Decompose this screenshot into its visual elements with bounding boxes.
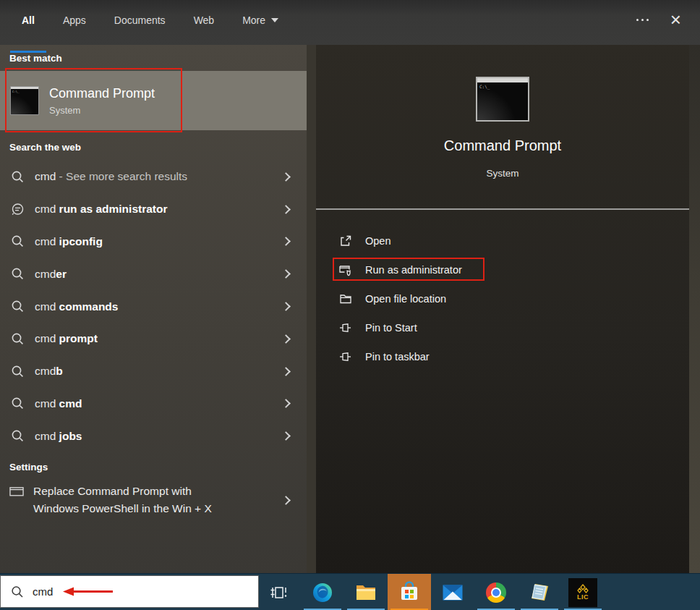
panel-gap (307, 45, 316, 573)
action-pin-to-start[interactable]: Pin to Start (316, 313, 689, 342)
taskbar-search-box[interactable] (0, 575, 259, 608)
search-filter-bar: All Apps Documents Web More × (0, 0, 700, 45)
taskbar-search-input[interactable] (33, 585, 148, 598)
search-icon (10, 397, 25, 411)
chevron-right-icon (281, 237, 291, 247)
command-prompt-icon-large: C:\_ (476, 77, 529, 122)
search-icon (10, 169, 25, 184)
search-icon (10, 364, 25, 378)
tab-apps[interactable]: Apps (63, 14, 86, 26)
search-results-panel: Best match C:\_ Command Prompt System Se… (0, 45, 307, 573)
taskbar-app-chrome[interactable] (474, 574, 518, 610)
pin-icon (338, 350, 352, 364)
selected-tab-underline (10, 51, 46, 53)
search-icon (10, 234, 25, 249)
web-suggestion[interactable]: cmd commands (0, 290, 307, 323)
taskbar-app-lic[interactable]: LIC (561, 574, 605, 610)
search-icon (10, 267, 25, 281)
tab-documents[interactable]: Documents (114, 14, 166, 26)
search-the-web-header: Search the web (0, 140, 307, 154)
notepad-icon (530, 583, 550, 602)
edge-icon (312, 582, 333, 603)
chevron-right-icon (281, 496, 291, 505)
settings-result-line2: Windows PowerShell in the Win + X (33, 502, 212, 514)
web-suggestion[interactable]: cmd jobs (0, 420, 307, 452)
action-label: Run as administrator (365, 264, 462, 276)
windows-search-flyout: All Apps Documents Web More × Best match (0, 0, 700, 610)
web-suggestion[interactable]: cmdb (0, 355, 307, 388)
action-label: Open file location (365, 293, 446, 305)
best-match-header: Best match (0, 51, 307, 65)
search-icon (10, 331, 25, 346)
action-run-as-administrator[interactable]: Run as administrator (316, 255, 689, 284)
close-icon[interactable]: × (670, 10, 681, 29)
preview-subtitle: System (316, 168, 689, 179)
divider (316, 208, 689, 210)
more-options-icon[interactable] (635, 13, 650, 27)
taskbar-app-store[interactable] (388, 574, 431, 610)
folder-icon (338, 292, 352, 306)
settings-header: Settings (0, 459, 307, 474)
best-match-title: Command Prompt (49, 86, 155, 101)
chevron-right-icon (281, 399, 291, 409)
open-window-icon (338, 234, 352, 248)
taskbar-app-notepad[interactable] (518, 574, 561, 610)
microsoft-store-icon (398, 581, 420, 603)
command-prompt-icon: C:\_ (10, 86, 39, 115)
taskbar-icons: LIC (257, 574, 605, 610)
settings-result-line1: Replace Command Prompt with (33, 485, 192, 497)
action-label: Pin to taskbar (365, 351, 430, 363)
mail-icon (443, 585, 463, 601)
chevron-right-icon (281, 367, 291, 376)
web-suggestion[interactable]: cmd ipconfig (0, 226, 307, 258)
chevron-right-icon (281, 205, 291, 214)
taskbar-app-mail[interactable] (431, 574, 474, 610)
web-suggestion[interactable]: cmd cmd (0, 388, 307, 420)
action-label: Pin to Start (365, 322, 417, 334)
chevron-right-icon (281, 172, 291, 182)
best-match-result[interactable]: C:\_ Command Prompt System (0, 71, 307, 130)
task-view-icon (270, 583, 289, 602)
pin-icon (338, 321, 352, 335)
tab-apps-label: Apps (63, 14, 86, 26)
chevron-right-icon (281, 269, 291, 279)
search-icon (10, 429, 25, 444)
search-icon (10, 300, 25, 314)
tab-web-label: Web (194, 14, 215, 26)
tab-all-label: All (22, 14, 35, 26)
dialog-suggestion-icon (10, 202, 25, 216)
web-suggestion[interactable]: cmd run as administrator (0, 193, 307, 226)
lic-label: LIC (577, 593, 589, 601)
web-suggestion-see-more[interactable]: cmd - See more search results (0, 161, 307, 193)
chevron-right-icon (281, 431, 291, 441)
chevron-right-icon (281, 302, 291, 311)
web-suggestions-list: cmd - See more search results cmd run as… (0, 161, 307, 452)
settings-result[interactable]: Replace Command Prompt with Windows Powe… (0, 483, 307, 517)
taskbar-app-edge[interactable] (301, 574, 344, 610)
preview-title: Command Prompt (316, 137, 689, 154)
taskbar-app-file-explorer[interactable] (344, 574, 388, 610)
web-suggestion[interactable]: cmd prompt (0, 323, 307, 355)
best-match-subtitle: System (49, 105, 155, 116)
filter-tabs: All Apps Documents Web More (22, 0, 307, 41)
chevron-right-icon (281, 334, 291, 344)
taskbar: LIC (0, 573, 700, 610)
web-suggestion[interactable]: cmder (0, 258, 307, 290)
tab-all[interactable]: All (22, 14, 35, 26)
action-label: Open (365, 235, 390, 247)
action-pin-to-taskbar[interactable]: Pin to taskbar (316, 342, 689, 371)
tab-more-label: More (242, 14, 265, 26)
task-view-button[interactable] (257, 574, 301, 610)
context-actions: Open Run as administrator Open file loca… (316, 226, 689, 371)
lic-icon: LIC (568, 578, 597, 607)
action-open-file-location[interactable]: Open file location (316, 284, 689, 313)
desktop-background-edge (689, 45, 700, 573)
run-as-admin-shield-icon (338, 263, 352, 277)
action-open[interactable]: Open (316, 226, 689, 255)
tab-web[interactable]: Web (194, 14, 215, 26)
search-icon (11, 585, 24, 598)
file-explorer-icon (355, 583, 377, 601)
tab-more[interactable]: More (242, 14, 278, 26)
tab-documents-label: Documents (114, 14, 166, 26)
preview-panel: C:\_ Command Prompt System Open Run as a… (316, 45, 689, 573)
